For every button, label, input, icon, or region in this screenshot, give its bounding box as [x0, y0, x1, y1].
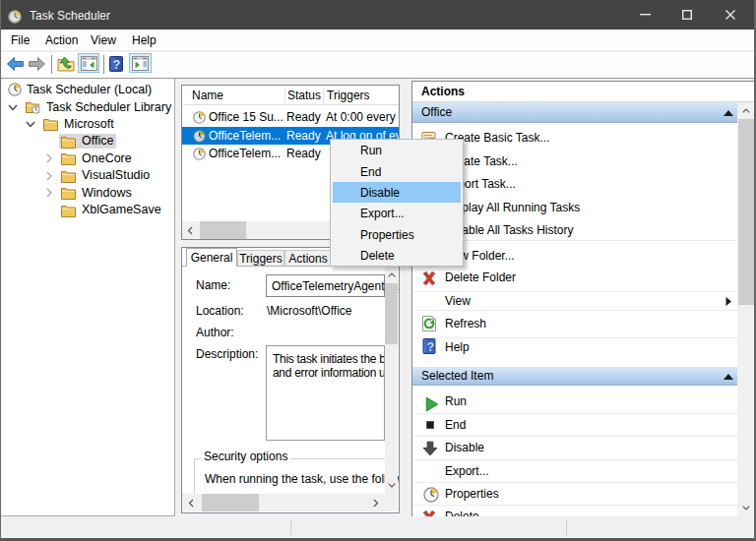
svg-text:?: ?: [112, 58, 120, 72]
svg-text:?: ?: [426, 340, 434, 354]
